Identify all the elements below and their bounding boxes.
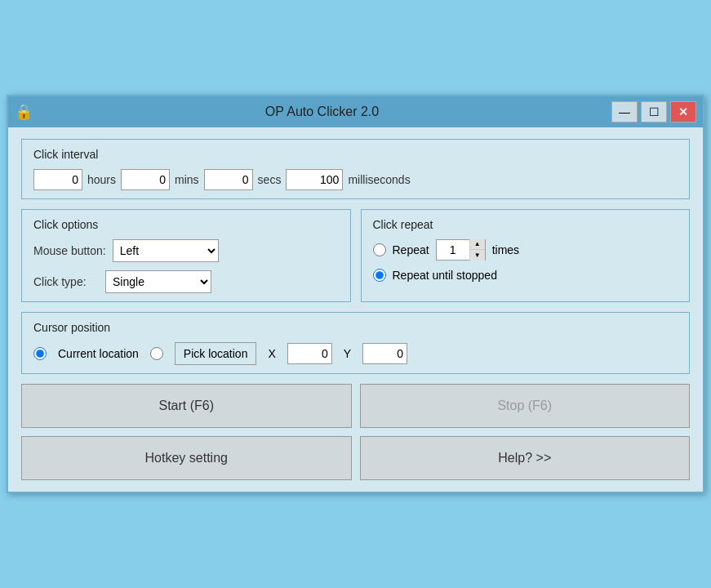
interval-row: hours mins secs milliseconds — [33, 169, 678, 190]
hotkey-button[interactable]: Hotkey setting — [21, 436, 352, 480]
hours-input[interactable] — [33, 169, 82, 190]
repeat-until-row: Repeat until stopped — [373, 269, 678, 282]
spinner-down-button[interactable]: ▼ — [470, 250, 485, 261]
spinner-up-button[interactable]: ▲ — [470, 239, 485, 250]
repeat-label: Repeat — [393, 243, 429, 256]
y-input[interactable] — [362, 343, 407, 364]
current-location-radio[interactable] — [33, 347, 47, 360]
repeat-times-row: Repeat ▲ ▼ times — [373, 239, 678, 261]
title-bar-controls: — ☐ ✕ — [611, 101, 696, 122]
click-repeat-section: Click repeat Repeat ▲ ▼ times Re — [361, 209, 691, 302]
repeat-until-label: Repeat until stopped — [393, 269, 497, 282]
secs-label: secs — [258, 173, 282, 186]
current-location-label: Current location — [58, 347, 139, 360]
mouse-button-row: Mouse button: Left Middle Right — [33, 239, 339, 262]
pick-location-radio[interactable] — [150, 347, 163, 360]
repeat-radio[interactable] — [373, 243, 386, 256]
repeat-spinner: ▲ ▼ — [436, 239, 486, 261]
repeat-times-input[interactable] — [437, 240, 469, 260]
click-options-title: Click options — [33, 218, 339, 231]
click-interval-title: Click interval — [33, 148, 678, 161]
lock-icon: 🔒 — [15, 103, 33, 121]
main-content: Click interval hours mins secs milliseco… — [8, 127, 703, 492]
spinner-buttons: ▲ ▼ — [469, 239, 485, 261]
click-repeat-title: Click repeat — [373, 218, 678, 231]
minimize-button[interactable]: — — [611, 101, 638, 122]
close-button[interactable]: ✕ — [670, 101, 696, 122]
cursor-position-section: Cursor position Current location Pick lo… — [21, 312, 690, 374]
click-type-row: Click type: Single Double — [33, 270, 339, 293]
help-button[interactable]: Help? >> — [360, 436, 691, 480]
window-title: OP Auto Clicker 2.0 — [33, 105, 611, 119]
action-buttons: Start (F6) Stop (F6) Hotkey setting Help… — [21, 384, 690, 480]
mouse-button-label: Mouse button: — [33, 244, 106, 257]
pick-location-button[interactable]: Pick location — [175, 342, 257, 365]
mins-label: mins — [175, 173, 199, 186]
options-repeat-row: Click options Mouse button: Left Middle … — [21, 209, 690, 302]
click-interval-section: Click interval hours mins secs milliseco… — [21, 139, 690, 199]
hours-label: hours — [87, 173, 116, 186]
click-type-select[interactable]: Single Double — [105, 270, 211, 293]
x-label: X — [268, 347, 275, 360]
title-bar: 🔒 OP Auto Clicker 2.0 — ☐ ✕ — [8, 96, 703, 127]
ms-label: milliseconds — [348, 173, 410, 186]
start-button[interactable]: Start (F6) — [21, 384, 352, 428]
repeat-times-label: times — [492, 243, 519, 256]
y-label: Y — [344, 347, 351, 360]
ms-input[interactable] — [286, 169, 343, 190]
maximize-button[interactable]: ☐ — [641, 101, 667, 122]
stop-button[interactable]: Stop (F6) — [360, 384, 691, 428]
mouse-button-select[interactable]: Left Middle Right — [113, 239, 219, 262]
main-window: 🔒 OP Auto Clicker 2.0 — ☐ ✕ Click interv… — [7, 95, 704, 493]
repeat-until-radio[interactable] — [373, 269, 386, 282]
secs-input[interactable] — [204, 169, 253, 190]
x-input[interactable] — [287, 343, 332, 364]
cursor-row: Current location Pick location X Y — [33, 342, 678, 365]
mins-input[interactable] — [121, 169, 170, 190]
cursor-position-title: Cursor position — [33, 321, 678, 334]
click-options-section: Click options Mouse button: Left Middle … — [21, 209, 351, 302]
title-bar-left: 🔒 — [15, 103, 33, 121]
click-type-label: Click type: — [33, 275, 99, 288]
